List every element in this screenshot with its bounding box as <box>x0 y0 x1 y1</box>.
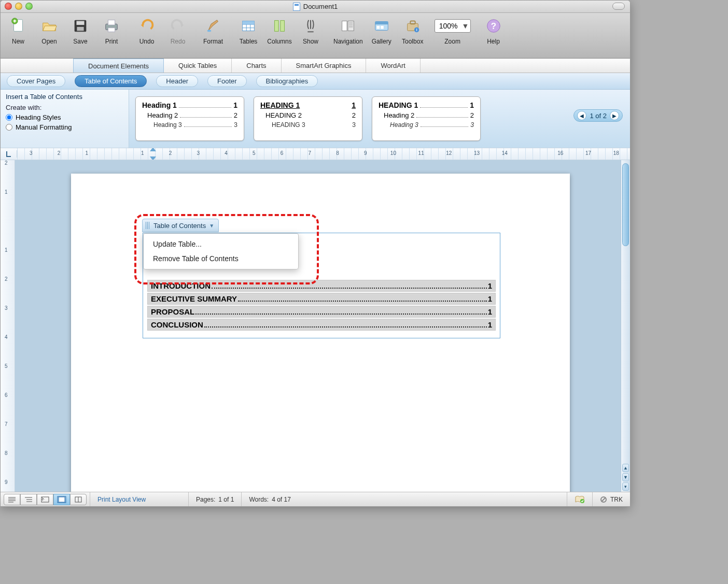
cat-header[interactable]: Header <box>156 75 198 87</box>
status-pages[interactable]: Pages: 1 of 1 <box>188 492 241 506</box>
status-spellcheck[interactable] <box>567 492 592 506</box>
pager-next-button[interactable]: ▶ <box>610 111 619 120</box>
open-label: Open <box>41 38 57 45</box>
help-button[interactable]: ? Help <box>481 16 506 45</box>
toc-entry[interactable]: PROPOSAL1 <box>147 306 496 318</box>
tab-smartart[interactable]: SmartArt Graphics <box>282 59 367 73</box>
radio-heading-styles[interactable]: Heading Styles <box>6 113 123 121</box>
ruler-row: 3211234567891011121314161718 <box>1 148 630 160</box>
indent-marker-icon[interactable] <box>150 148 156 151</box>
svg-rect-3 <box>76 21 84 25</box>
toc-style-card[interactable]: HEADING 11 HEADING 22 HEADING 33 <box>254 96 362 141</box>
toc-field[interactable]: Table of Contents ▼ Update Table... Remo… <box>143 233 500 338</box>
toolbox-label: Toolbox <box>402 38 423 45</box>
cat-cover-pages[interactable]: Cover Pages <box>7 75 65 87</box>
view-outline-button[interactable] <box>20 494 37 505</box>
svg-point-8 <box>207 30 212 32</box>
svg-rect-26 <box>59 497 65 502</box>
words-value: 4 of 17 <box>272 496 291 503</box>
svg-rect-17 <box>376 26 380 29</box>
pages-value: 1 of 1 <box>218 496 234 503</box>
status-track-changes[interactable]: TRK <box>592 492 630 506</box>
radio-manual-formatting-input[interactable] <box>6 124 12 131</box>
drag-grip-icon[interactable] <box>146 222 150 229</box>
page[interactable]: Table of Contents ▼ Update Table... Remo… <box>71 174 570 492</box>
svg-rect-10 <box>243 21 255 25</box>
radio-heading-styles-input[interactable] <box>6 114 12 121</box>
toc-style-card[interactable]: HEADING 11 Heading 22 Heading 33 <box>372 96 481 141</box>
save-button[interactable]: Save <box>68 16 93 45</box>
print-label: Print <box>105 38 118 45</box>
status-words[interactable]: Words: 4 of 17 <box>241 492 298 506</box>
tab-quick-tables[interactable]: Quick Tables <box>164 59 232 73</box>
toolbox-button[interactable]: i Toolbox <box>400 16 425 45</box>
tab-stop-selector[interactable] <box>1 150 17 158</box>
view-notebook-button[interactable] <box>70 494 87 505</box>
zoom-label: Zoom <box>444 38 460 45</box>
radio-manual-formatting[interactable]: Manual Formatting <box>6 123 123 131</box>
scroll-page-button[interactable]: ▾ <box>622 482 629 491</box>
status-view-name: Print Layout View <box>90 492 188 506</box>
svg-rect-7 <box>108 28 115 32</box>
redo-button[interactable]: Redo <box>165 16 190 45</box>
svg-rect-4 <box>77 27 83 31</box>
tab-document-elements[interactable]: Document Elements <box>73 59 164 73</box>
print-button[interactable]: Print <box>99 16 124 45</box>
scroll-up-button[interactable]: ▲ <box>622 464 629 472</box>
toc-entry[interactable]: EXECUTIVE SUMMARY1 <box>147 293 496 305</box>
radio-manual-formatting-label: Manual Formatting <box>16 123 72 131</box>
navigation-button[interactable]: Navigation <box>333 16 363 45</box>
gallery-button[interactable]: Gallery <box>369 16 394 45</box>
svg-rect-12 <box>281 21 285 32</box>
toc-field-tab-label: Table of Contents <box>153 222 206 230</box>
new-button[interactable]: New <box>6 16 31 45</box>
tab-wordart[interactable]: WordArt <box>366 59 420 73</box>
zoom-control[interactable]: 100% ▼ Zoom <box>435 16 471 45</box>
svg-rect-14 <box>348 21 354 31</box>
menu-update-table[interactable]: Update Table... <box>144 237 298 251</box>
svg-rect-13 <box>342 21 347 31</box>
view-draft-button[interactable] <box>4 494 20 505</box>
view-print-layout-button[interactable] <box>53 494 70 505</box>
toc-entry[interactable]: INTRODUCTION1 <box>147 280 496 292</box>
format-button[interactable]: Format <box>201 16 226 45</box>
cat-bibliographies[interactable]: Bibliographies <box>256 75 318 87</box>
book-check-icon <box>575 495 585 504</box>
svg-rect-18 <box>381 26 384 29</box>
scroll-down-button[interactable]: ▼ <box>622 473 629 481</box>
vertical-scrollbar[interactable]: ▲ ▼ ▾ <box>621 160 630 492</box>
format-label: Format <box>203 38 223 45</box>
chevron-down-icon[interactable]: ▼ <box>209 223 214 229</box>
zoom-window-button[interactable] <box>25 3 33 10</box>
toc-entry[interactable]: CONCLUSION1 <box>147 319 496 331</box>
cat-footer[interactable]: Footer <box>207 75 247 87</box>
chevron-down-icon[interactable]: ▼ <box>460 22 468 30</box>
toc-field-tab[interactable]: Table of Contents ▼ <box>142 219 219 232</box>
svg-rect-16 <box>375 22 388 25</box>
cat-table-of-contents[interactable]: Table of Contents <box>75 75 147 87</box>
document-canvas[interactable]: Table of Contents ▼ Update Table... Remo… <box>15 160 621 492</box>
close-window-button[interactable] <box>5 3 12 10</box>
open-button[interactable]: Open <box>37 16 62 45</box>
horizontal-ruler[interactable]: 3211234567891011121314161718 <box>17 148 630 160</box>
minimize-window-button[interactable] <box>15 3 22 10</box>
menu-remove-toc[interactable]: Remove Table of Contents <box>144 251 298 266</box>
indent-marker-icon[interactable] <box>150 156 156 160</box>
toc-dropdown-menu: Update Table... Remove Table of Contents <box>143 233 299 269</box>
tab-charts[interactable]: Charts <box>232 59 281 73</box>
create-with-label: Create with: <box>6 104 123 111</box>
save-label: Save <box>73 38 87 45</box>
show-button[interactable]: Show <box>298 16 323 45</box>
pager-prev-button[interactable]: ◀ <box>577 111 586 120</box>
toolbar-toggle-button[interactable] <box>612 3 625 10</box>
tables-button[interactable]: Tables <box>236 16 261 45</box>
scrollbar-thumb[interactable] <box>622 163 629 246</box>
svg-rect-6 <box>108 20 115 25</box>
new-label: New <box>12 38 24 45</box>
help-label: Help <box>487 38 500 45</box>
vertical-ruler[interactable]: 21123456789 <box>1 160 15 492</box>
columns-button[interactable]: Columns <box>267 16 292 45</box>
undo-button[interactable]: Undo <box>134 16 159 45</box>
toc-style-card[interactable]: Heading 11 Heading 22 Heading 33 <box>135 96 244 141</box>
view-publishing-button[interactable] <box>37 494 53 505</box>
